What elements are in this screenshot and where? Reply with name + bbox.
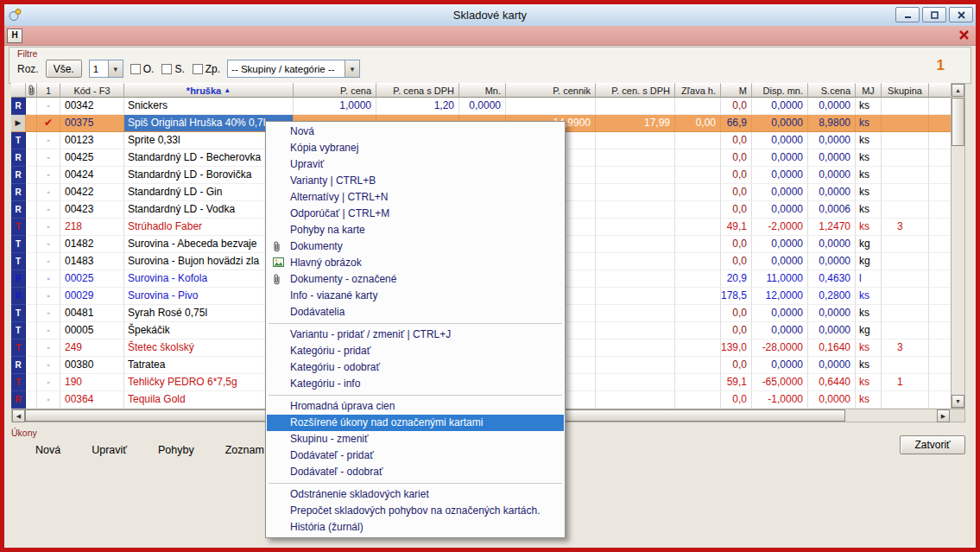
cell-skupina: 3 [882, 339, 929, 357]
cell-clip [26, 132, 37, 149]
filter-checkbox-1[interactable]: O. [130, 63, 155, 75]
chevron-down-icon: ▾ [108, 60, 123, 77]
column-header-s_cena[interactable]: S.cena [808, 83, 856, 98]
checkbox-box[interactable] [161, 64, 172, 74]
cell-clip [26, 115, 37, 132]
menu-item[interactable]: Odstránenie skladových kariet [267, 486, 564, 503]
column-header-label: P. cena [340, 86, 371, 96]
image-icon [273, 257, 284, 267]
menu-item[interactable]: Pohyby na karte [267, 222, 564, 238]
menu-item[interactable]: Kategóriu - info [267, 376, 564, 392]
cell-zlava [675, 270, 721, 288]
column-header-p_cena_dph[interactable]: P. cena s DPH [376, 83, 459, 98]
cell-m: 0,0 [721, 98, 752, 115]
filter-checkbox-2[interactable]: S. [161, 63, 184, 75]
column-header-p_cen_dph[interactable]: P. cen. s DPH [596, 83, 675, 98]
vse-button[interactable]: Vše. [46, 60, 82, 78]
checkbox-box[interactable] [193, 64, 203, 74]
column-header-code[interactable]: Kód - F3 [60, 83, 124, 98]
menu-item[interactable]: Dodávateľ - pridať [267, 447, 564, 464]
cell-mj: l [856, 270, 882, 288]
menu-item[interactable]: Rozšírené úkony nad označenými kartami [267, 415, 564, 431]
footer-action-3[interactable]: Pohyby [158, 444, 194, 456]
column-header-mj[interactable]: MJ [856, 83, 882, 98]
menu-item[interactable]: Prepočet skladových pohybov na označenýc… [267, 503, 564, 519]
cell-s_cena: 0,0000 [808, 253, 856, 270]
table-header-row: 1Kód - F3*hruška▲P. cenaP. cena s DPHMn.… [11, 83, 951, 98]
table-row[interactable]: R◦00342Snickers1,00001,200,00000,00,0000… [11, 98, 951, 115]
cell-code: 00029 [60, 288, 124, 305]
column-header-zlava[interactable]: Zľava h. [675, 83, 721, 98]
menu-item[interactable]: Variantu - pridať / zmeniť | CTRL+J [267, 327, 564, 343]
maximize-button[interactable] [922, 7, 946, 22]
menu-item[interactable]: Dodávateľ - odobrať [267, 464, 564, 480]
cell-clip [26, 288, 37, 305]
scroll-left-button[interactable]: ◀ [12, 409, 25, 422]
cell-disp: -65,0000 [752, 374, 808, 391]
group-category-select[interactable]: -- Skupiny / kategórie -- ▾ [227, 60, 360, 78]
menu-item[interactable]: Info - viazané karty [267, 288, 564, 304]
scroll-up-button[interactable]: ▲ [952, 84, 964, 97]
close-window-button[interactable]: Zatvoriť [900, 435, 965, 454]
menu-item[interactable]: Kópia vybranej [267, 140, 564, 156]
cell-skupina [882, 253, 929, 270]
menu-item[interactable]: Hlavný obrázok [267, 255, 564, 271]
menu-item[interactable]: Kategóriu - pridať [267, 343, 564, 359]
close-panel-icon[interactable] [958, 29, 970, 41]
scroll-down-button[interactable]: ▼ [952, 395, 964, 408]
cell-code: 190 [60, 374, 124, 391]
cell-clip [26, 270, 37, 288]
vertical-scrollbar-thumb[interactable] [952, 98, 964, 146]
cell-filler [929, 288, 951, 305]
column-header-m[interactable]: M [721, 83, 752, 98]
cell-filler [929, 115, 951, 132]
number-select[interactable]: 1 ▾ [89, 60, 123, 78]
menu-item[interactable]: Dokumenty [267, 238, 564, 255]
cell-filler [929, 339, 951, 357]
column-header-state[interactable] [11, 83, 26, 98]
menu-item[interactable]: Upraviť [267, 156, 564, 173]
menu-item[interactable]: História (žurnál) [267, 519, 564, 536]
menu-item[interactable]: Odporúčať | CTRL+M [267, 206, 564, 222]
close-button[interactable] [949, 7, 973, 22]
column-header-skupina[interactable]: Skupina [882, 83, 929, 98]
column-header-name[interactable]: *hruška▲ [124, 83, 294, 98]
menu-item[interactable]: Hromadná úprava cien [267, 398, 564, 415]
menu-item[interactable]: Dodávatelia [267, 304, 564, 320]
menu-item[interactable]: Kategóriu - odobrať [267, 359, 564, 376]
column-header-mn[interactable]: Mn. [459, 83, 506, 98]
menu-item-label: Kategóriu - odobrať [290, 361, 380, 373]
column-header-label: Zľava h. [681, 86, 716, 96]
cell-mj: ks [856, 132, 882, 149]
row-dot-icon: ◦ [37, 132, 60, 149]
menu-item-label: Info - viazané karty [290, 289, 377, 301]
cell-s_cena: 0,0000 [808, 305, 856, 322]
footer-action-2[interactable]: Upraviť [92, 444, 127, 456]
cell-code: 249 [60, 339, 124, 357]
column-header-disp[interactable]: Disp. mn. [752, 83, 808, 98]
horizontal-scrollbar-track[interactable] [845, 409, 937, 422]
h-button[interactable]: H [7, 29, 22, 43]
cell-mj: ks [856, 219, 882, 236]
title-bar[interactable]: Skladové karty [4, 4, 976, 27]
row-dot-icon: ◦ [37, 149, 60, 167]
column-header-p_cena[interactable]: P. cena [294, 83, 376, 98]
chevron-down-icon: ▾ [345, 60, 359, 77]
menu-item[interactable]: Dokumenty - označené [267, 271, 564, 288]
menu-item[interactable]: Alternatívy | CTRL+N [267, 189, 564, 206]
minimize-button[interactable] [895, 7, 920, 22]
vertical-scrollbar[interactable]: ▲ ▼ [951, 83, 965, 409]
checkbox-box[interactable] [130, 64, 141, 74]
filter-checkbox-3[interactable]: Zp. [193, 63, 220, 75]
menu-item[interactable]: Varianty | CTRL+B [267, 173, 564, 189]
menu-item[interactable]: Nová [267, 124, 564, 140]
column-header-label: P. cena s DPH [393, 86, 454, 96]
column-header-mark[interactable]: 1 [37, 83, 60, 98]
cell-disp: 0,0000 [752, 184, 808, 201]
column-header-p_cennik[interactable]: P. cennik [506, 83, 596, 98]
menu-item[interactable]: Skupinu - zmeniť [267, 431, 564, 447]
footer-action-1[interactable]: Nová [35, 444, 60, 456]
window-title: Skladové karty [4, 9, 976, 22]
attachment-column-header[interactable] [26, 83, 37, 98]
scroll-right-button[interactable]: ▶ [937, 409, 950, 422]
